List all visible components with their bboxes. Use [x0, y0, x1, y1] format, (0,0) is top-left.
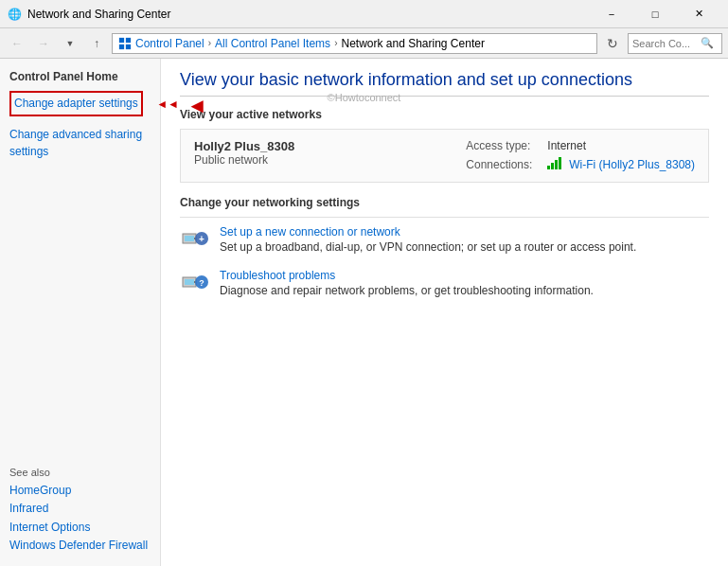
divider [180, 217, 709, 218]
troubleshoot-content: Troubleshoot problems Diagnose and repai… [220, 269, 594, 297]
breadcrumb-control-panel[interactable]: Control Panel [135, 37, 204, 50]
access-type-label: Access type: [466, 139, 542, 152]
troubleshoot-desc: Diagnose and repair network problems, or… [220, 284, 594, 297]
wifi-icon [547, 156, 563, 172]
title-bar: 🌐 Network and Sharing Center − □ ✕ [0, 0, 728, 28]
svg-rect-2 [119, 44, 124, 48]
address-bar: ← → ▼ ↑ Control Panel › All Control Pane… [0, 28, 728, 59]
access-type-row: Access type: Internet [466, 139, 695, 152]
change-sharing-link[interactable]: Change advanced sharingsettings [9, 126, 151, 160]
window-icon: 🌐 [8, 8, 22, 21]
up-button[interactable]: ↑ [85, 32, 108, 55]
see-also-section: See also HomeGroup Infrared Internet Opt… [9, 455, 151, 555]
network-name: Holly2 Plus_8308 [194, 139, 294, 153]
see-also-internet-options[interactable]: Internet Options [9, 519, 151, 537]
search-box[interactable]: 🔍 [628, 33, 722, 54]
change-networking-section: Change your networking settings + Set up… [180, 196, 709, 299]
access-info: Access type: Internet Connections: Wi-Fi… [466, 139, 695, 172]
sidebar-title: Control Panel Home [9, 70, 151, 83]
sidebar: Control Panel Home Change adapter settin… [0, 59, 161, 566]
restore-button[interactable]: □ [633, 0, 677, 28]
access-type-value: Internet [547, 139, 586, 152]
forward-button[interactable]: → [32, 32, 55, 55]
svg-text:?: ? [199, 278, 204, 288]
change-networking-title: Change your networking settings [180, 196, 709, 209]
minimize-button[interactable]: − [590, 0, 633, 28]
connections-row: Connections: Wi-Fi (Holly2 Plus_8308) [466, 156, 695, 172]
svg-rect-0 [119, 37, 124, 42]
new-connection-content: Set up a new connection or network Set u… [220, 225, 636, 254]
change-adapter-container: Change adapter settings ◄ ◄◄ [9, 91, 151, 116]
window-title: Network and Sharing Center [27, 8, 170, 21]
search-icon: 🔍 [701, 37, 714, 49]
see-also-windows-defender[interactable]: Windows Defender Firewall [9, 537, 151, 555]
svg-text:+: + [199, 234, 204, 244]
network-info: Holly2 Plus_8308 Public network [194, 139, 294, 172]
new-connection-desc: Set up a broadband, dial-up, or VPN conn… [220, 240, 636, 254]
content-area: View your basic network information and … [161, 59, 728, 566]
connections-label: Connections: [466, 158, 542, 171]
back-button[interactable]: ← [6, 32, 28, 55]
breadcrumb-all-items[interactable]: All Control Panel Items [215, 37, 330, 50]
close-button[interactable]: ✕ [677, 0, 720, 28]
network-card: Holly2 Plus_8308 Public network Access t… [180, 129, 709, 183]
new-connection-icon: + [180, 225, 210, 256]
control-panel-icon [118, 37, 132, 50]
svg-rect-3 [126, 44, 131, 48]
svg-rect-9 [185, 279, 194, 285]
new-connection-item: + Set up a new connection or network Set… [180, 225, 709, 256]
network-type: Public network [194, 153, 294, 167]
troubleshoot-svg: ? [181, 270, 209, 298]
svg-rect-1 [126, 37, 131, 42]
wifi-connection-link[interactable]: Wi-Fi (Holly2 Plus_8308) [569, 158, 695, 171]
see-also-homegroup[interactable]: HomeGroup [9, 482, 151, 500]
svg-rect-5 [185, 236, 194, 241]
see-also-title: See also [9, 467, 151, 478]
change-adapter-link[interactable]: Change adapter settings [9, 91, 143, 116]
breadcrumb: Control Panel › All Control Panel Items … [112, 33, 597, 54]
new-connection-svg: + [181, 226, 209, 255]
search-input[interactable] [632, 38, 699, 49]
page-title: View your basic network information and … [180, 70, 709, 97]
see-also-infrared[interactable]: Infrared [9, 500, 151, 518]
refresh-button[interactable]: ↻ [601, 33, 624, 54]
new-connection-link[interactable]: Set up a new connection or network [220, 225, 636, 239]
troubleshoot-icon: ? [180, 269, 210, 299]
active-networks-title: View your active networks [180, 108, 709, 121]
main-layout: Control Panel Home Change adapter settin… [0, 59, 728, 566]
troubleshoot-link[interactable]: Troubleshoot problems [220, 269, 594, 282]
troubleshoot-item: ? Troubleshoot problems Diagnose and rep… [180, 269, 709, 299]
breadcrumb-current: Network and Sharing Center [341, 37, 484, 50]
recent-button[interactable]: ▼ [59, 32, 81, 55]
